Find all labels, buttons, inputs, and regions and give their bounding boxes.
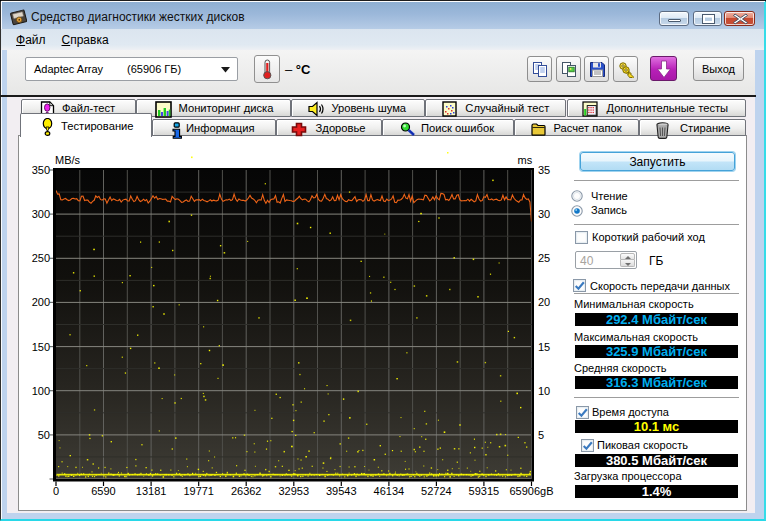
svg-text:59315: 59315	[469, 485, 500, 497]
svg-text:MB/s: MB/s	[55, 154, 81, 166]
svg-text:32953: 32953	[279, 485, 310, 497]
svg-text:52724: 52724	[421, 485, 452, 497]
svg-text:350: 350	[32, 164, 50, 176]
svg-text:15: 15	[538, 341, 550, 353]
svg-text:13181: 13181	[136, 485, 167, 497]
svg-text:19771: 19771	[183, 485, 214, 497]
svg-text:200: 200	[32, 296, 50, 308]
svg-text:100: 100	[32, 385, 50, 397]
svg-text:65906gB: 65906gB	[509, 485, 553, 497]
svg-text:26362: 26362	[231, 485, 262, 497]
svg-text:150: 150	[32, 341, 50, 353]
svg-text:50: 50	[38, 429, 50, 441]
svg-text:35: 35	[538, 164, 550, 176]
svg-text:39543: 39543	[326, 485, 357, 497]
svg-text:250: 250	[32, 252, 50, 264]
svg-text:10: 10	[538, 385, 550, 397]
svg-text:0: 0	[53, 485, 59, 497]
svg-text:25: 25	[538, 252, 550, 264]
svg-text:5: 5	[538, 429, 544, 441]
svg-text:30: 30	[538, 208, 550, 220]
svg-text:46134: 46134	[374, 485, 405, 497]
svg-text:20: 20	[538, 296, 550, 308]
svg-text:300: 300	[32, 208, 50, 220]
svg-text:6590: 6590	[91, 485, 115, 497]
svg-text:ms: ms	[518, 154, 533, 166]
